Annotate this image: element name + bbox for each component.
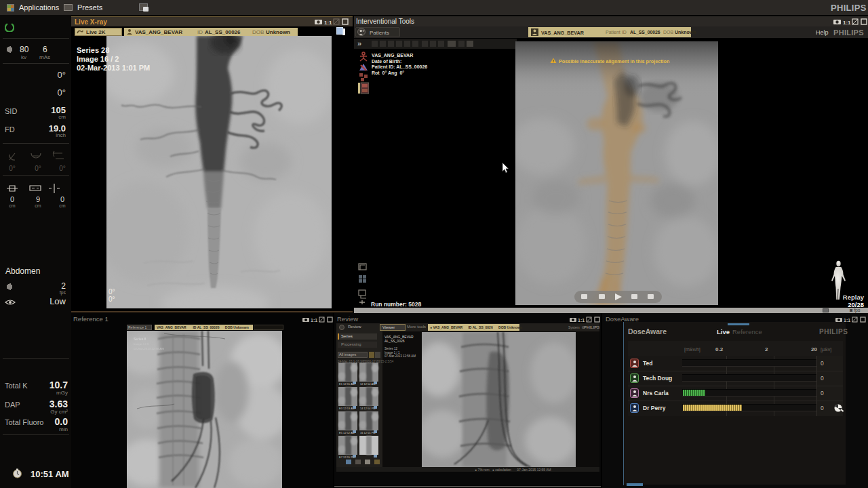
svg-text:!: ! — [553, 59, 554, 63]
svg-text:14 12:54 PM: 14 12:54 PM — [360, 407, 376, 410]
svg-text:16 12:55 PM: 16 12:55 PM — [360, 431, 376, 434]
svg-text:1:1: 1:1 — [578, 318, 585, 323]
svg-text:E5 12:52 AM: E5 12:52 AM — [339, 431, 355, 434]
svg-text:1:1: 1:1 — [324, 20, 332, 26]
svg-text:1:1: 1:1 — [843, 20, 851, 26]
svg-text:Possible inaccurate alignment: Possible inaccurate alignment in this pr… — [559, 58, 669, 64]
svg-text:E3 12:53 AM: E3 12:53 AM — [339, 407, 355, 410]
svg-text:E1 12:55 AM: E1 12:55 AM — [339, 382, 355, 386]
svg-text:02-Mar-2013 12:58 AM: 02-Mar-2013 12:58 AM — [134, 347, 164, 350]
svg-text:1:1: 1:1 — [311, 318, 317, 323]
svg-text:12 12:54 AM: 12 12:54 AM — [360, 382, 375, 386]
svg-text:Series 8: Series 8 — [134, 337, 146, 341]
svg-text:Image 3 / 3: Image 3 / 3 — [134, 342, 149, 346]
svg-text:E7 12:55 PM: E7 12:55 PM — [339, 455, 355, 459]
